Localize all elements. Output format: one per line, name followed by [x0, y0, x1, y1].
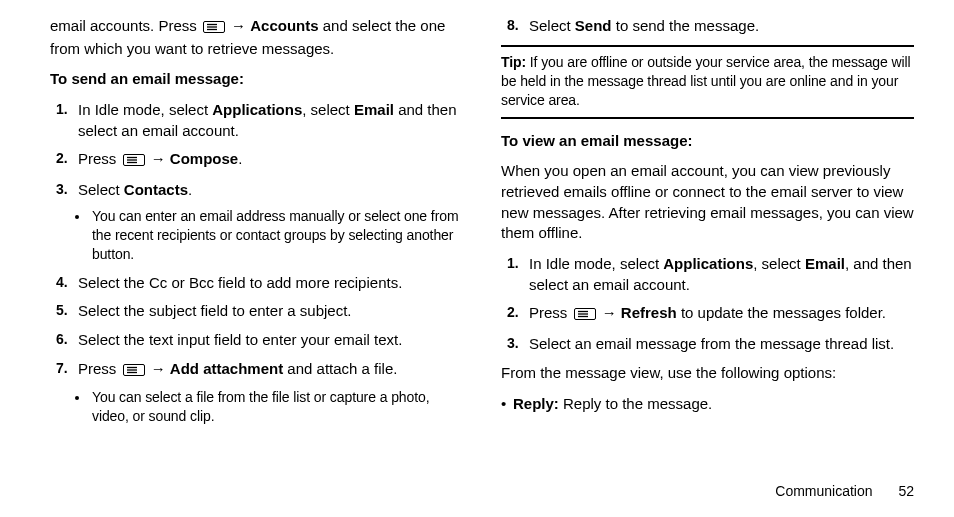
step-number: 1. [56, 100, 68, 119]
sub-bullet-item: You can select a file from the file list… [90, 388, 463, 427]
step-number: 4. [56, 273, 68, 292]
step-number: 7. [56, 359, 68, 378]
rule-bottom [501, 117, 914, 119]
step-body: Select the subject field to enter a subj… [78, 302, 352, 319]
step-number: 3. [56, 180, 68, 199]
text-run: Select an email message from the message… [529, 335, 894, 352]
view-intro-paragraph: When you open an email account, you can … [501, 161, 914, 244]
options-list: Reply: Reply to the message. [501, 394, 914, 415]
text-run: → [147, 360, 170, 377]
tip-box: Tip: If you are offline or outside your … [501, 53, 914, 111]
step-number: 6. [56, 330, 68, 349]
bold-term: Refresh [621, 304, 677, 321]
two-column-layout: email accounts. Press → Accounts and sel… [50, 16, 914, 471]
step-item: 3.Select an email message from the messa… [501, 334, 914, 355]
step-body: Press → Add attachment and attach a file… [78, 360, 397, 377]
sub-bullet-list: You can select a file from the file list… [90, 388, 463, 427]
step-body: Select Send to send the message. [529, 17, 759, 34]
left-column: email accounts. Press → Accounts and sel… [50, 16, 463, 471]
intro-paragraph: email accounts. Press → Accounts and sel… [50, 16, 463, 59]
footer: Communication 52 [775, 483, 914, 499]
option-label: Reply: [513, 395, 559, 412]
text-run: , select [302, 101, 354, 118]
step-body: Press → Compose. [78, 150, 242, 167]
step-number: 2. [507, 303, 519, 322]
view-email-heading: To view an email message: [501, 131, 914, 152]
step-item: 2.Press → Refresh to update the messages… [501, 303, 914, 326]
text-run: Select [529, 17, 575, 34]
sub-bullet-item: You can enter an email address manually … [90, 207, 463, 265]
bold-term: Add attachment [170, 360, 283, 377]
step-number: 3. [507, 334, 519, 353]
post-paragraph: From the message view, use the following… [501, 363, 914, 384]
footer-page-number: 52 [898, 483, 914, 499]
text-run: Select [78, 181, 124, 198]
step-item: 4.Select the Cc or Bcc field to add more… [50, 273, 463, 294]
text-run: and attach a file. [283, 360, 397, 377]
step-body: Select the text input field to enter you… [78, 331, 402, 348]
text-run: Press [529, 304, 572, 321]
text-run: → [227, 17, 250, 34]
step-body: In Idle mode, select Applications, selec… [529, 255, 912, 293]
step-number: 8. [507, 16, 519, 35]
footer-section: Communication [775, 483, 872, 499]
step-item: 1.In Idle mode, select Applications, sel… [50, 100, 463, 141]
option-text: Reply to the message. [559, 395, 712, 412]
text-run: to send the message. [612, 17, 760, 34]
text-run: to update the messages folder. [677, 304, 886, 321]
step-number: 1. [507, 254, 519, 273]
sub-bullet-list: You can enter an email address manually … [90, 207, 463, 265]
send-steps-continued: 8.Select Send to send the message. [501, 16, 914, 37]
page: email accounts. Press → Accounts and sel… [0, 0, 954, 517]
bold-term: Send [575, 17, 612, 34]
text-run: Select the subject field to enter a subj… [78, 302, 352, 319]
step-body: Press → Refresh to update the messages f… [529, 304, 886, 321]
bold-term: Accounts [250, 17, 318, 34]
bold-term: Applications [663, 255, 753, 272]
right-column: 8.Select Send to send the message. Tip: … [501, 16, 914, 471]
step-body: Select Contacts. [78, 181, 192, 198]
text-run: . [238, 150, 242, 167]
bold-term: Email [354, 101, 394, 118]
text-run: Press [78, 150, 121, 167]
option-item: Reply: Reply to the message. [501, 394, 914, 415]
step-number: 5. [56, 301, 68, 320]
step-body: Select the Cc or Bcc field to add more r… [78, 274, 402, 291]
bold-term: Email [805, 255, 845, 272]
step-item: 8.Select Send to send the message. [501, 16, 914, 37]
step-item: 3.Select Contacts.You can enter an email… [50, 180, 463, 265]
text-run: Select the text input field to enter you… [78, 331, 402, 348]
text-run: In Idle mode, select [78, 101, 212, 118]
step-body: In Idle mode, select Applications, selec… [78, 101, 457, 139]
menu-icon [203, 18, 225, 39]
step-number: 2. [56, 149, 68, 168]
step-item: 6.Select the text input field to enter y… [50, 330, 463, 351]
text-run: → [147, 150, 170, 167]
step-item: 7.Press → Add attachment and attach a fi… [50, 359, 463, 426]
step-item: 5.Select the subject field to enter a su… [50, 301, 463, 322]
step-item: 1.In Idle mode, select Applications, sel… [501, 254, 914, 295]
view-steps-list: 1.In Idle mode, select Applications, sel… [501, 254, 914, 355]
step-item: 2.Press → Compose. [50, 149, 463, 172]
rule-top [501, 45, 914, 47]
tip-label: Tip: [501, 54, 526, 70]
send-email-heading: To send an email message: [50, 69, 463, 90]
text-run: . [188, 181, 192, 198]
send-steps-list: 1.In Idle mode, select Applications, sel… [50, 100, 463, 426]
menu-icon [123, 151, 145, 172]
menu-icon [123, 361, 145, 382]
bold-term: Contacts [124, 181, 188, 198]
text-run: , select [753, 255, 805, 272]
tip-body: If you are offline or outside your servi… [501, 54, 911, 109]
text-run: Press [78, 360, 121, 377]
text-run: → [598, 304, 621, 321]
bold-term: Compose [170, 150, 238, 167]
menu-icon [574, 305, 596, 326]
text-run: email accounts. Press [50, 17, 201, 34]
bold-term: Applications [212, 101, 302, 118]
text-run: In Idle mode, select [529, 255, 663, 272]
text-run: Select the Cc or Bcc field to add more r… [78, 274, 402, 291]
step-body: Select an email message from the message… [529, 335, 894, 352]
